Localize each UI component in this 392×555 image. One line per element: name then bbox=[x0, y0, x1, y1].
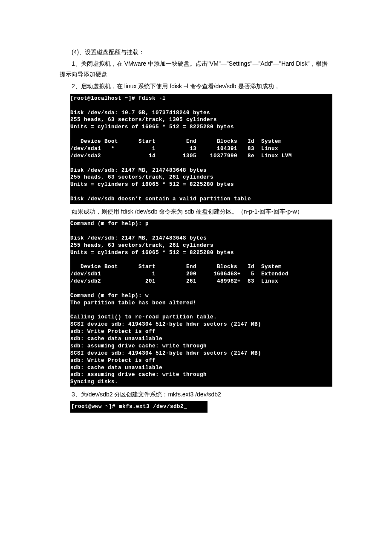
paragraph-section-title: (4)、设置磁盘配额与挂载： bbox=[60, 47, 332, 58]
paragraph-step-1: 1、关闭虚拟机，在 VMware 中添加一块硬盘。点击"VM"—"Setting… bbox=[60, 58, 332, 80]
paragraph-step-2: 2、启动虚拟机，在 linux 系统下使用 fdisk –l 命令查看/dev/… bbox=[60, 81, 332, 92]
paragraph-fdisk-create: 如果成功，则使用 fdisk /dev/sdb 命令来为 sdb 硬盘创建分区。… bbox=[60, 206, 332, 217]
terminal-output-fdisk-list: [root@localhost ~]# fdisk -l Disk /dev/s… bbox=[70, 94, 332, 204]
terminal-output-fdisk-partition: Command (m for help): p Disk /dev/sdb: 2… bbox=[70, 220, 332, 387]
paragraph-step-3: 3、为/dev/sdb2 分区创建文件系统：mkfs.ext3 /dev/sdb… bbox=[60, 389, 332, 400]
terminal-output-mkfs: [root@www ~]# mkfs.ext3 /dev/sdb2_ bbox=[70, 401, 208, 413]
